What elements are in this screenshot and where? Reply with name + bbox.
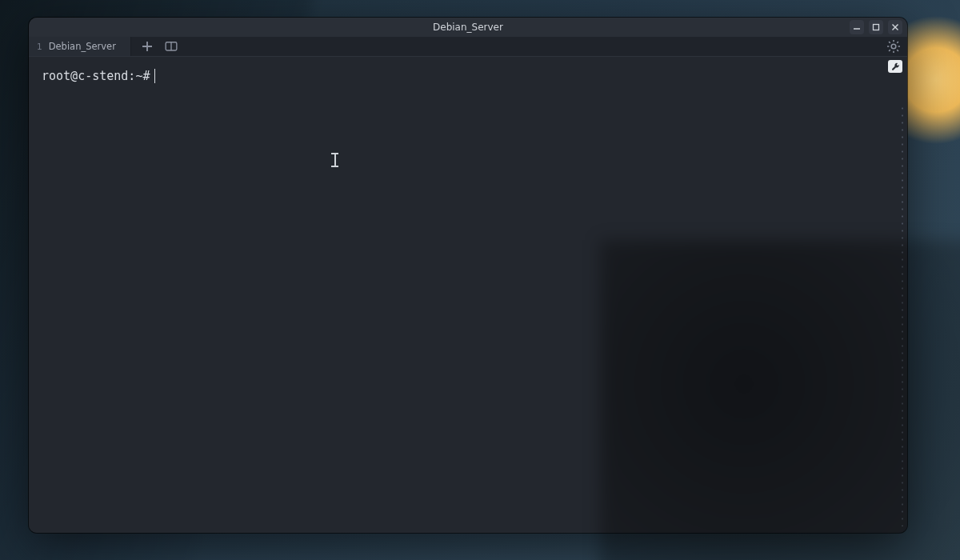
svg-line-16 xyxy=(889,50,890,51)
minimize-button[interactable] xyxy=(850,20,864,34)
svg-rect-1 xyxy=(874,25,879,30)
shell-prompt: root@c-stend:~# xyxy=(42,68,150,84)
maximize-button[interactable] xyxy=(869,20,883,34)
plus-icon xyxy=(141,40,154,53)
split-pane-button[interactable] xyxy=(165,40,178,53)
window-title: Debian_Server xyxy=(433,22,503,33)
tools-button[interactable] xyxy=(888,60,902,73)
tabbar-right-actions xyxy=(886,37,901,56)
text-cursor xyxy=(154,69,155,83)
tab-actions xyxy=(131,37,178,56)
close-button[interactable] xyxy=(888,20,902,34)
svg-line-14 xyxy=(897,50,898,51)
maximize-icon xyxy=(872,23,880,31)
wrench-icon xyxy=(891,62,900,71)
window-controls xyxy=(850,20,902,34)
tab-label: Debian_Server xyxy=(49,41,116,52)
svg-point-8 xyxy=(891,44,896,49)
prompt-line: root@c-stend:~# xyxy=(42,68,894,84)
titlebar[interactable]: Debian_Server xyxy=(29,18,907,37)
tab-bar: 1 Debian_Server xyxy=(29,37,907,57)
svg-line-13 xyxy=(889,42,890,43)
close-icon xyxy=(891,23,899,31)
settings-button[interactable] xyxy=(886,39,901,54)
terminal-window: Debian_Server 1 Debian_Server xyxy=(29,18,907,533)
split-icon xyxy=(165,41,178,52)
terminal-pane[interactable]: root@c-stend:~# xyxy=(29,57,907,533)
minimize-icon xyxy=(853,23,861,31)
mouse-ibeam-cursor xyxy=(331,153,338,167)
tab-index: 1 xyxy=(37,42,42,51)
new-tab-button[interactable] xyxy=(141,40,154,53)
desktop-wallpaper: Debian_Server 1 Debian_Server xyxy=(0,0,960,560)
scrollbar[interactable] xyxy=(901,105,904,526)
tab-debian-server[interactable]: 1 Debian_Server xyxy=(29,37,131,56)
gear-icon xyxy=(886,39,901,54)
svg-line-15 xyxy=(897,42,898,43)
